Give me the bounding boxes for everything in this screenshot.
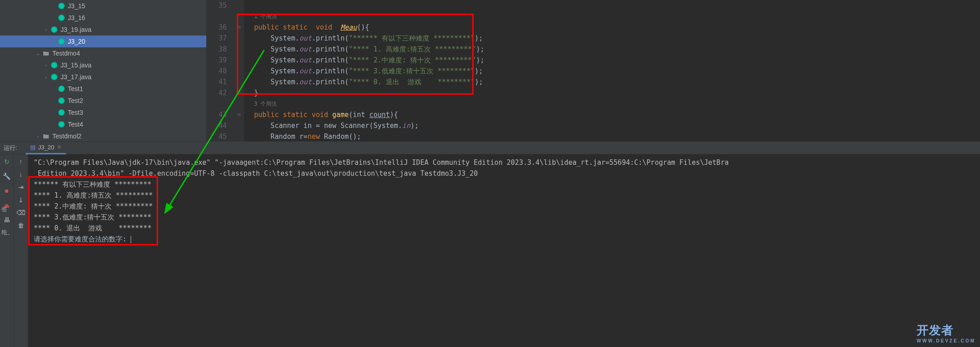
wrap-icon[interactable]: ⇥ — [16, 183, 26, 192]
java-icon — [57, 120, 66, 128]
line-number: 40 — [207, 66, 227, 77]
run-toolbar-left: ↻ 🔧 ■ ⏏ 🖶 ⋯ — [0, 154, 14, 347]
tree-item[interactable]: Test4 — [0, 118, 206, 130]
up-icon[interactable]: ↑ — [16, 157, 26, 166]
method-meau[interactable]: Meau — [341, 23, 357, 31]
tree-item[interactable]: ⌄Testdmo4 — [0, 47, 206, 59]
trash-icon[interactable]: 🗑 — [16, 221, 26, 230]
line-number: 39 — [207, 55, 227, 66]
java-icon — [50, 61, 58, 69]
java-icon — [57, 108, 66, 117]
java-icon — [57, 14, 66, 22]
java-icon — [57, 2, 66, 10]
down-icon[interactable]: ↓ — [16, 170, 26, 179]
console-line: "C:\Program Files\Java\jdk-17\bin\java.e… — [34, 157, 980, 168]
java-icon — [57, 97, 66, 105]
line-number: 36 — [207, 22, 227, 33]
fold-marker[interactable]: ⊟ — [234, 109, 244, 120]
tree-item[interactable]: ›J3_15.java — [0, 59, 206, 71]
tree-item[interactable]: J3_20 — [0, 36, 206, 47]
tree-item[interactable]: J3_16 — [0, 12, 206, 24]
tree-item-label: J3_16 — [68, 14, 85, 21]
line-number — [207, 98, 227, 109]
tree-item[interactable]: Test2 — [0, 95, 206, 107]
fold-column[interactable]: ⊟ ⊟ ⊟ — [234, 0, 244, 141]
run-header: 运行: ▤ J3_20 ✕ — [0, 142, 980, 154]
scroll-icon[interactable]: ⤓ — [16, 195, 26, 204]
java-icon — [57, 37, 66, 46]
console-line: **** 0. 退出 游戏 ******** — [34, 223, 980, 234]
line-number: 35 — [207, 0, 227, 11]
stop-icon[interactable]: ■ — [2, 186, 11, 195]
line-number: 43 — [207, 109, 227, 120]
chevron-icon[interactable]: › — [43, 74, 49, 80]
fold-marker[interactable]: ⊟ — [234, 87, 244, 98]
tree-item-label: Test3 — [68, 109, 83, 116]
usage-hint[interactable]: 1 个用法 — [254, 11, 980, 22]
folder-icon — [42, 132, 50, 140]
tree-item-label: J3_19.java — [61, 26, 92, 33]
console-line: Edition 2023.3.4\bin" -Dfile.encoding=UT… — [34, 168, 980, 179]
tree-item-label: J3_15.java — [61, 61, 92, 69]
run-toolbar-left2: ↑ ↓ ⇥ ⤓ ⌫ 🗑 — [14, 154, 28, 347]
rerun-icon[interactable]: ↻ — [2, 157, 11, 166]
usage-hint[interactable]: 3 个用法 — [254, 98, 980, 109]
fold-marker[interactable]: ⊟ — [234, 22, 244, 33]
java-icon — [50, 73, 58, 81]
clear-icon[interactable]: ⌫ — [16, 208, 26, 217]
run-body: ↻ 🔧 ■ ⏏ 🖶 ⋯ ↑ ↓ ⇥ ⤓ ⌫ 🗑 "C:\Program File… — [0, 154, 980, 347]
line-number: 44 — [207, 120, 227, 131]
chevron-icon[interactable]: ⌄ — [35, 51, 41, 56]
side-tab-bookmarks[interactable]: 书签 — [0, 200, 8, 204]
console-output[interactable]: "C:\Program Files\Java\jdk-17\bin\java.e… — [28, 154, 980, 347]
chevron-icon[interactable]: › — [43, 62, 49, 68]
tree-item[interactable]: Test1 — [0, 83, 206, 95]
tree-item-label: Test1 — [68, 85, 83, 92]
code-body[interactable]: 1 个用法 public static void Meau(){ System.… — [244, 0, 980, 141]
line-number: 38 — [207, 44, 227, 55]
console-input[interactable]: 请选择你需要难度合法的数字: — [34, 234, 980, 245]
close-icon[interactable]: ✕ — [57, 144, 61, 150]
tree-item-label: Testdmol2 — [52, 133, 82, 140]
tree-item-label: Testdmo4 — [52, 50, 80, 57]
tree-item-label: Test4 — [68, 121, 83, 128]
tree-item[interactable]: Test3 — [0, 107, 206, 118]
tree-item-label: J3_20 — [68, 38, 85, 45]
tree-item[interactable]: ›Testdmol2 — [0, 130, 206, 141]
tree-item-label: Test2 — [68, 97, 83, 104]
line-number: 45 — [207, 131, 227, 142]
line-number: 41 — [207, 77, 227, 87]
tree-item-label: J3_17.java — [61, 73, 92, 81]
line-number: 37 — [207, 33, 227, 44]
run-label: 运行: — [4, 144, 17, 152]
java-icon — [57, 85, 66, 93]
run-panel: 运行: ▤ J3_20 ✕ ↻ 🔧 ■ ⏏ 🖶 ⋯ ↑ ↓ ⇥ ⤓ ⌫ 🗑 "C… — [0, 141, 980, 347]
console-line: **** 3.低难度:猜十五次 ******** — [34, 212, 980, 223]
tree-item[interactable]: ›J3_19.java — [0, 24, 206, 36]
tree-item[interactable]: ›J3_17.java — [0, 71, 206, 83]
console-line: ****** 有以下三种难度 ********* — [34, 179, 980, 190]
more-icon[interactable]: ⋯ — [2, 230, 11, 239]
java-icon — [50, 26, 58, 34]
tree-item-label: J3_15 — [68, 2, 85, 10]
side-tab-structure[interactable]: 结构 — [0, 223, 8, 227]
main-area: J3_15J3_16›J3_19.javaJ3_20⌄Testdmo4›J3_1… — [0, 0, 980, 141]
line-number: 42 — [207, 87, 227, 98]
folder-icon — [42, 49, 50, 57]
chevron-icon[interactable]: › — [43, 27, 49, 32]
chevron-icon[interactable]: › — [35, 133, 41, 139]
wrench-icon[interactable]: 🔧 — [2, 172, 11, 181]
gutter: 3536373839404142434445 — [207, 0, 234, 141]
tree-item[interactable]: J3_15 — [0, 0, 206, 12]
line-number — [207, 11, 227, 22]
watermark: 开发者 WWW.DEVZE.COM — [917, 322, 975, 343]
project-tree[interactable]: J3_15J3_16›J3_19.javaJ3_20⌄Testdmo4›J3_1… — [0, 0, 207, 141]
console-line: **** 2.中难度: 猜十次 ********* — [34, 201, 980, 212]
run-tab[interactable]: ▤ J3_20 ✕ — [26, 142, 66, 154]
run-tab-icon: ▤ — [30, 144, 36, 151]
console-line: **** 1. 高难度:猜五次 ********* — [34, 190, 980, 201]
editor[interactable]: 3536373839404142434445 ⊟ ⊟ ⊟ 1 个用法 publi… — [207, 0, 980, 141]
